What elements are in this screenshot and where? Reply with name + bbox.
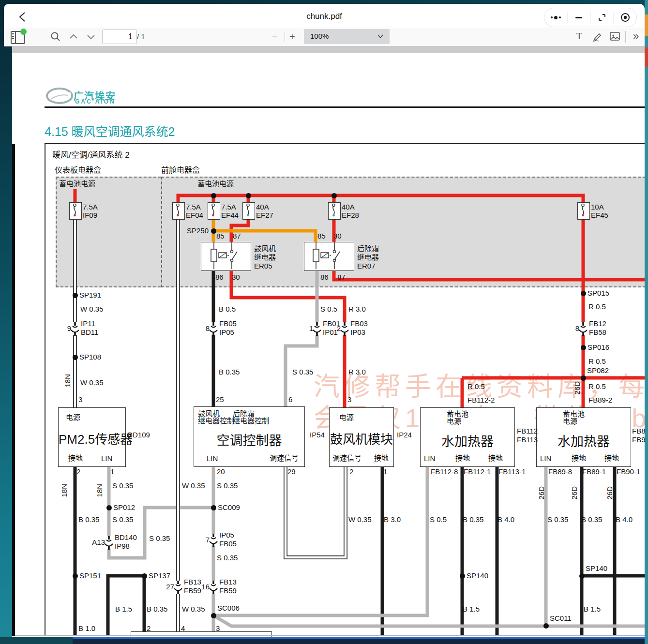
target-circle-icon [620,13,630,22]
port-label: 蓄电池电源 [447,410,468,425]
component-title: 空调控制器 [194,430,304,449]
relay-pin: 87 [337,273,346,281]
port-label: LIN [101,454,112,463]
zoom-level-value: 100% [310,32,329,40]
relay-pin: 87 [233,232,241,240]
side-tab-red [645,47,648,67]
water-heater2-box: 蓄电池电源 水加热器 LIN 接地 接地 [536,407,631,467]
port-label: 接地 [374,452,389,463]
port-label: 电源 [66,412,80,422]
component-title: 水加热器 [537,431,631,450]
relay-pin: 85 [216,232,225,240]
resize-button[interactable] [590,12,614,23]
battery-power-label: 蓄电池电源 [197,178,234,188]
minimize-button[interactable] [567,12,590,23]
minimize-icon [575,17,582,18]
zoom-level-select[interactable]: 100% [304,29,390,44]
port-label: 后除霜继电器控制 [233,410,269,424]
rear-defrost-relay-name: 后除霜继电器ER07 [357,244,379,270]
port-label: 接地 [488,452,503,463]
side-tab-orange [645,15,648,36]
chevron-down-icon [86,33,96,40]
port-label: 蓄电池电源 [563,410,585,425]
ac-controller-box: 鼓风机继电器控制 后除霜继电器控制 空调控制器 LIN 调速信号 [194,406,305,467]
battery-power-label: 蓄电池电源 [59,178,95,188]
search-icon[interactable] [50,31,61,44]
status-green-dot [20,29,27,35]
relay-pin: 30 [333,232,342,240]
ip-box-label: 仪表板电器盒 [55,164,101,175]
engine-box-label: 前舱电器盒 [161,164,200,175]
image-icon [610,32,620,41]
zoom-out-button[interactable]: − [272,31,278,43]
port-label: LIN [540,454,551,463]
resize-icon [598,13,606,22]
bottom-strip-left [0,637,73,644]
diagram-title: 暖风/空调/通风系统 2 [52,148,130,160]
page-bottom-edge [12,635,645,636]
ac-connector-id: IP54 [310,431,325,439]
window-controls [544,8,637,27]
port-label: 调速信号 [270,452,299,463]
relay-symbol-icon [201,242,249,269]
port-label: 电源 [339,412,354,422]
section-heading: 4.15 暖风空调通风系统2 [45,122,175,139]
viewer-background [12,46,645,53]
close-button[interactable] [613,12,636,23]
port-label: 接地 [604,452,619,463]
rear-defrost-relay: 85 30 86 87 [304,242,354,271]
divider [82,31,82,42]
next-page-button[interactable] [86,33,96,42]
relay-pin: 85 [317,232,326,240]
diagram-frame-top [45,143,645,144]
page-number-input[interactable]: 1 [102,30,137,44]
pm25-sensor-box: 电源 PM2.5传感器 接地 LIN [58,407,126,467]
relay-pin: 30 [232,273,240,281]
annotate-pen-button[interactable] [592,31,603,44]
ellipsis-icon [551,16,561,19]
component-title: 水加热器 [421,431,514,450]
more-tools-button[interactable]: » [633,30,639,43]
component-title: PM2.5传感器 [59,429,125,447]
blower-connector-id: IP24 [397,431,412,439]
pen-icon [592,31,603,42]
bottom-blue-line [73,637,648,639]
port-label: LIN [424,454,435,463]
title-bar: chunk.pdf [4,4,645,28]
insert-image-button[interactable] [610,32,620,43]
port-label: 接地 [572,452,586,463]
divider [285,31,285,42]
component-title: 鼓风机模块 [330,429,393,447]
heater1-connector-id1: FB112 [517,427,538,435]
prev-page-button[interactable] [69,33,78,42]
right-edge-band [645,0,648,644]
page-left-bar [12,144,15,636]
logo-english-text: GAC AION [75,98,116,105]
text-tool-button[interactable]: T [576,31,582,42]
port-label: 鼓风机继电器控制 [198,410,234,424]
divider [625,31,626,43]
pdf-toolbar: 1 / 1 − + 100% T » [4,28,645,46]
header-rule [45,106,645,108]
water-heater1-box: 蓄电池电源 水加热器 LIN 接地 接地 [420,407,515,467]
blower-module-box: 电源 鼓风机模块 调速信号 接地 [329,407,394,467]
port-label: LIN [207,454,218,463]
blower-relay: 85 87 86 30 [201,242,251,271]
port-label: 接地 [455,452,470,463]
more-options-button[interactable] [544,12,567,23]
heater1-connector-id2: FB113 [517,435,538,444]
diagram-frame-left [45,143,45,636]
chevron-up-icon [69,33,78,40]
port-label: 接地 [68,452,83,463]
zoom-in-button[interactable]: + [289,31,295,43]
pdf-page[interactable] [12,53,645,637]
gac-aion-logo-icon [45,87,74,106]
chevron-down-icon [377,34,384,39]
page-total-label: / 1 [137,32,145,41]
port-label: 调速信号 [332,452,362,463]
relay-pin: 86 [320,273,329,281]
pm25-connector-id: BD109 [128,431,150,439]
relay-pin: 86 [215,273,224,281]
relay-symbol-icon [304,242,352,269]
blower-relay-name: 鼓风机继电器ER05 [254,244,276,270]
